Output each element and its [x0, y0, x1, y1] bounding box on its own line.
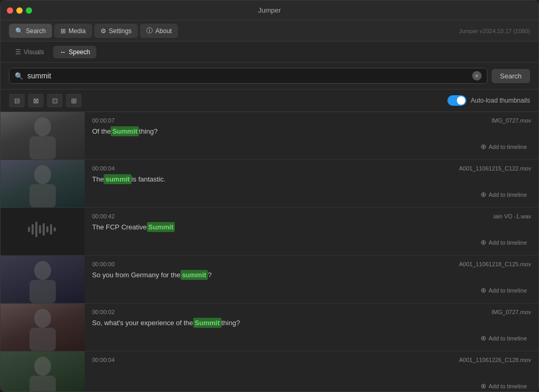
svg-rect-5	[29, 184, 56, 207]
add-timeline-label: Add to timeline	[488, 335, 527, 341]
result-item: 00:00:00A001_11061218_C125.movSo you fro…	[1, 256, 538, 304]
add-to-timeline-button[interactable]: ⊕Add to timeline	[476, 237, 531, 248]
result-thumbnail[interactable]	[1, 160, 85, 207]
nav-about-label: About	[155, 27, 172, 35]
add-timeline-icon: ⊕	[481, 382, 486, 390]
tabbar: ☰ Visuals ↔ Speech	[1, 42, 538, 63]
search-input[interactable]	[27, 68, 468, 83]
titlebar: Jumper	[1, 1, 538, 21]
nav-search[interactable]: 🔍 Search	[9, 24, 52, 38]
result-thumbnail[interactable]	[1, 112, 85, 159]
add-to-timeline-button[interactable]: ⊕Add to timeline	[476, 380, 531, 391]
search-submit-button[interactable]: Search	[492, 69, 530, 83]
view-icon-1[interactable]: ⊟	[9, 94, 25, 107]
nav-media-label: Media	[68, 27, 86, 35]
visuals-tab-icon: ☰	[15, 48, 21, 56]
search-highlight: Summit	[193, 318, 222, 328]
speech-tab-icon: ↔	[59, 48, 66, 56]
search-highlight: summit	[104, 174, 131, 185]
tab-speech[interactable]: ↔ Speech	[53, 46, 96, 58]
result-transcript	[92, 365, 531, 376]
result-transcript: So you from Germany for the summit?	[92, 269, 531, 280]
add-timeline-label: Add to timeline	[488, 192, 527, 198]
app-version: Jumper v2024.10.17 (1080)	[459, 28, 530, 34]
result-thumbnail[interactable]	[1, 256, 85, 303]
auto-load-label: Auto-load thumbnails	[471, 97, 530, 104]
add-timeline-icon: ⊕	[481, 143, 486, 150]
svg-rect-10	[43, 223, 45, 236]
navbar: 🔍 Search ⊞ Media ⚙ Settings ⓘ About Jump…	[1, 21, 538, 42]
result-item: 00:00:07IMG_0727.movOf the Summit thing?…	[1, 112, 538, 160]
result-timestamp: 00:00:04	[92, 357, 115, 363]
nav-items: 🔍 Search ⊞ Media ⚙ Settings ⓘ About	[9, 24, 178, 38]
result-timestamp: 00:00:02	[92, 309, 115, 315]
result-content: 00:00:42iain VO -1.wavThe FCP Creative S…	[85, 208, 538, 255]
svg-point-21	[34, 357, 51, 376]
traffic-lights	[7, 7, 32, 14]
visuals-tab-label: Visuals	[24, 48, 44, 56]
view-icon-4[interactable]: ⊞	[66, 94, 82, 107]
result-transcript: Of the Summit thing?	[92, 126, 531, 137]
result-thumbnail[interactable]	[1, 304, 85, 351]
search-highlight: Summit	[147, 222, 175, 233]
result-meta-top: 00:00:00A001_11061218_C125.mov	[92, 261, 531, 267]
auto-load-toggle[interactable]	[447, 95, 466, 106]
add-to-timeline-button[interactable]: ⊕Add to timeline	[476, 141, 531, 152]
add-to-timeline-button[interactable]: ⊕Add to timeline	[476, 333, 531, 344]
add-timeline-icon: ⊕	[481, 190, 486, 198]
result-timestamp: 00:00:42	[92, 213, 115, 219]
searchbar: 🔍 × Search	[1, 63, 538, 89]
svg-rect-19	[29, 328, 56, 351]
search-nav-icon: 🔍	[15, 27, 23, 35]
app-title: Jumper	[258, 6, 281, 14]
result-content: 00:00:02IMG_0727.movSo, what's your expe…	[85, 304, 538, 351]
result-meta-top: 00:00:04A001_11061215_C122.mov	[92, 165, 531, 172]
nav-media[interactable]: ⊞ Media	[54, 24, 92, 38]
result-transcript: The summit is fantastic.	[92, 174, 531, 185]
result-item: 00:00:04A001_11061215_C122.movThe summit…	[1, 160, 538, 208]
nav-search-label: Search	[26, 27, 46, 35]
search-clear-button[interactable]: ×	[472, 71, 482, 81]
audio-wave-icon	[27, 219, 58, 244]
result-timestamp: 00:00:07	[92, 117, 115, 124]
tab-visuals[interactable]: ☰ Visuals	[9, 46, 50, 58]
maximize-button[interactable]	[26, 7, 32, 14]
add-to-timeline-row: ⊕Add to timeline	[92, 330, 531, 346]
result-meta-top: 00:00:04A001_11061226_C128.mov	[92, 357, 531, 363]
svg-rect-7	[32, 224, 34, 235]
result-meta-top: 00:00:02IMG_0727.mov	[92, 309, 531, 315]
result-content: 00:00:07IMG_0727.movOf the Summit thing?…	[85, 112, 538, 159]
svg-rect-8	[35, 222, 37, 237]
svg-rect-12	[50, 224, 52, 235]
close-button[interactable]	[7, 7, 13, 14]
result-filename: A001_11061226_C128.mov	[459, 357, 531, 363]
add-timeline-icon: ⊕	[481, 238, 486, 246]
settings-nav-icon: ⚙	[101, 27, 106, 35]
nav-settings[interactable]: ⚙ Settings	[94, 24, 138, 38]
result-thumbnail[interactable]	[1, 351, 85, 392]
result-timestamp: 00:00:04	[92, 165, 115, 172]
svg-rect-13	[54, 227, 56, 232]
nav-settings-label: Settings	[109, 27, 132, 35]
add-to-timeline-row: ⊕Add to timeline	[92, 187, 531, 202]
results-list: 00:00:07IMG_0727.movOf the Summit thing?…	[1, 112, 538, 392]
result-meta-top: 00:00:42iain VO -1.wav	[92, 213, 531, 219]
add-to-timeline-row: ⊕Add to timeline	[92, 139, 531, 154]
result-item: 00:00:04A001_11061226_C128.mov⊕Add to ti…	[1, 351, 538, 392]
svg-rect-16	[29, 280, 56, 303]
minimize-button[interactable]	[16, 7, 23, 14]
about-nav-icon: ⓘ	[146, 26, 153, 35]
result-thumbnail[interactable]	[1, 208, 85, 255]
nav-about[interactable]: ⓘ About	[140, 24, 178, 38]
result-item: 00:00:02IMG_0727.movSo, what's your expe…	[1, 304, 538, 351]
search-highlight: summit	[181, 270, 208, 280]
add-timeline-label: Add to timeline	[488, 144, 527, 150]
result-filename: iain VO -1.wav	[493, 213, 531, 219]
view-icon-3[interactable]: ⊡	[47, 94, 63, 107]
svg-rect-9	[39, 225, 41, 234]
add-to-timeline-button[interactable]: ⊕Add to timeline	[476, 189, 531, 200]
view-icon-2[interactable]: ⊠	[28, 94, 44, 107]
add-to-timeline-button[interactable]: ⊕Add to timeline	[476, 285, 531, 296]
add-timeline-label: Add to timeline	[488, 287, 527, 294]
result-content: 00:00:00A001_11061218_C125.movSo you fro…	[85, 256, 538, 303]
